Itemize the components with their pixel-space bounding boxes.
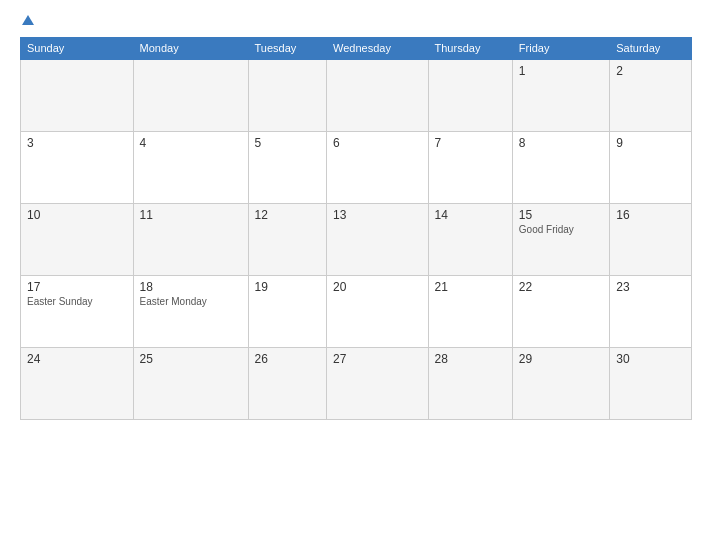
logo	[20, 15, 34, 25]
calendar-cell: 6	[327, 131, 429, 203]
day-number: 7	[435, 136, 506, 150]
calendar-cell	[248, 59, 326, 131]
day-number: 8	[519, 136, 603, 150]
calendar-cell: 26	[248, 347, 326, 419]
calendar-cell: 15Good Friday	[512, 203, 609, 275]
holiday-name: Easter Sunday	[27, 296, 127, 307]
calendar-cell: 17Easter Sunday	[21, 275, 134, 347]
day-number: 5	[255, 136, 320, 150]
calendar-cell: 5	[248, 131, 326, 203]
day-number: 13	[333, 208, 422, 222]
day-number: 23	[616, 280, 685, 294]
day-number: 1	[519, 64, 603, 78]
day-number: 25	[140, 352, 242, 366]
day-number: 22	[519, 280, 603, 294]
day-number: 26	[255, 352, 320, 366]
calendar-cell: 16	[610, 203, 692, 275]
calendar-cell: 19	[248, 275, 326, 347]
day-of-week-header: Tuesday	[248, 38, 326, 60]
day-number: 11	[140, 208, 242, 222]
holiday-name: Good Friday	[519, 224, 603, 235]
day-number: 28	[435, 352, 506, 366]
day-number: 24	[27, 352, 127, 366]
calendar-week-row: 101112131415Good Friday16	[21, 203, 692, 275]
calendar-week-row: 24252627282930	[21, 347, 692, 419]
calendar-header-row: SundayMondayTuesdayWednesdayThursdayFrid…	[21, 38, 692, 60]
calendar-week-row: 17Easter Sunday18Easter Monday1920212223	[21, 275, 692, 347]
calendar-table: SundayMondayTuesdayWednesdayThursdayFrid…	[20, 37, 692, 420]
calendar-cell: 18Easter Monday	[133, 275, 248, 347]
calendar-cell: 25	[133, 347, 248, 419]
calendar-cell: 12	[248, 203, 326, 275]
day-number: 27	[333, 352, 422, 366]
day-of-week-header: Friday	[512, 38, 609, 60]
day-number: 19	[255, 280, 320, 294]
day-of-week-header: Saturday	[610, 38, 692, 60]
day-number: 4	[140, 136, 242, 150]
day-of-week-header: Monday	[133, 38, 248, 60]
calendar-cell: 3	[21, 131, 134, 203]
calendar-cell: 9	[610, 131, 692, 203]
calendar-cell: 30	[610, 347, 692, 419]
day-number: 9	[616, 136, 685, 150]
day-number: 14	[435, 208, 506, 222]
calendar-cell: 11	[133, 203, 248, 275]
day-number: 2	[616, 64, 685, 78]
day-number: 6	[333, 136, 422, 150]
calendar-week-row: 12	[21, 59, 692, 131]
calendar-cell: 4	[133, 131, 248, 203]
day-number: 12	[255, 208, 320, 222]
calendar-cell: 13	[327, 203, 429, 275]
calendar-cell	[327, 59, 429, 131]
day-number: 30	[616, 352, 685, 366]
logo-triangle-icon	[22, 15, 34, 25]
day-number: 10	[27, 208, 127, 222]
calendar-cell: 23	[610, 275, 692, 347]
calendar-cell	[21, 59, 134, 131]
day-number: 16	[616, 208, 685, 222]
day-number: 15	[519, 208, 603, 222]
header	[20, 15, 692, 25]
day-number: 18	[140, 280, 242, 294]
calendar-cell: 27	[327, 347, 429, 419]
calendar-cell: 1	[512, 59, 609, 131]
day-number: 3	[27, 136, 127, 150]
calendar-cell: 14	[428, 203, 512, 275]
calendar-cell	[428, 59, 512, 131]
day-of-week-header: Sunday	[21, 38, 134, 60]
holiday-name: Easter Monday	[140, 296, 242, 307]
calendar-cell	[133, 59, 248, 131]
calendar-cell: 8	[512, 131, 609, 203]
calendar-cell: 28	[428, 347, 512, 419]
calendar-cell: 20	[327, 275, 429, 347]
calendar-cell: 21	[428, 275, 512, 347]
calendar-cell: 22	[512, 275, 609, 347]
calendar-cell: 29	[512, 347, 609, 419]
calendar-cell: 2	[610, 59, 692, 131]
calendar-page: SundayMondayTuesdayWednesdayThursdayFrid…	[0, 0, 712, 550]
calendar-cell: 24	[21, 347, 134, 419]
day-of-week-header: Wednesday	[327, 38, 429, 60]
calendar-cell: 7	[428, 131, 512, 203]
day-number: 17	[27, 280, 127, 294]
day-number: 20	[333, 280, 422, 294]
calendar-cell: 10	[21, 203, 134, 275]
day-number: 29	[519, 352, 603, 366]
day-of-week-header: Thursday	[428, 38, 512, 60]
calendar-week-row: 3456789	[21, 131, 692, 203]
day-number: 21	[435, 280, 506, 294]
